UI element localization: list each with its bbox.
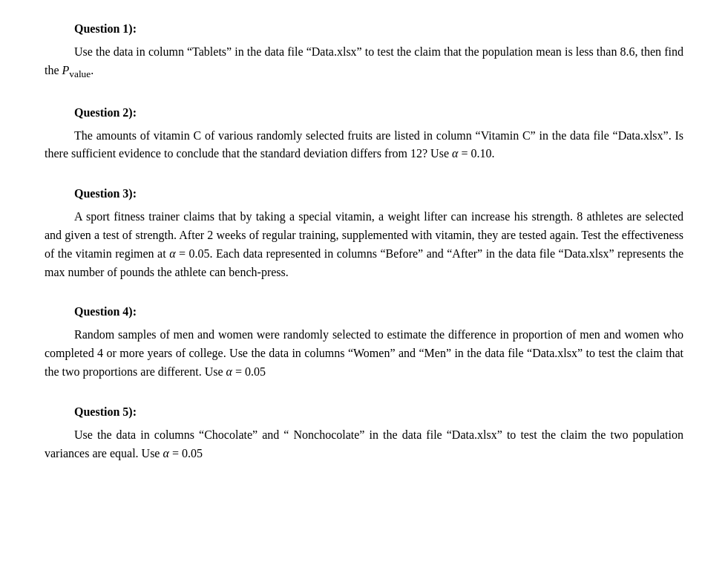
question-body-q4: Random samples of men and women were ran… <box>45 326 683 381</box>
question-title-q3: Question 3): <box>74 187 683 200</box>
question-block-q5: Question 5):Use the data in columns “Cho… <box>45 405 683 463</box>
page-container: Question 1):Use the data in column “Tabl… <box>0 0 728 516</box>
question-title-q5: Question 5): <box>74 405 683 419</box>
question-body-q2: The amounts of vitamin C of various rand… <box>45 127 683 164</box>
question-body-q1: Use the data in column “Tablets” in the … <box>45 43 683 82</box>
question-block-q3: Question 3):A sport fitness trainer clai… <box>45 187 683 281</box>
question-block-q4: Question 4):Random samples of men and wo… <box>45 305 683 381</box>
question-body-q5: Use the data in columns “Chocolate” and … <box>45 426 683 463</box>
question-title-q2: Question 2): <box>74 106 683 120</box>
question-title-q1: Question 1): <box>74 22 683 36</box>
question-title-q4: Question 4): <box>74 305 683 318</box>
question-block-q1: Question 1):Use the data in column “Tabl… <box>45 22 683 82</box>
question-body-q3: A sport fitness trainer claims that by t… <box>45 208 683 281</box>
question-block-q2: Question 2):The amounts of vitamin C of … <box>45 106 683 164</box>
